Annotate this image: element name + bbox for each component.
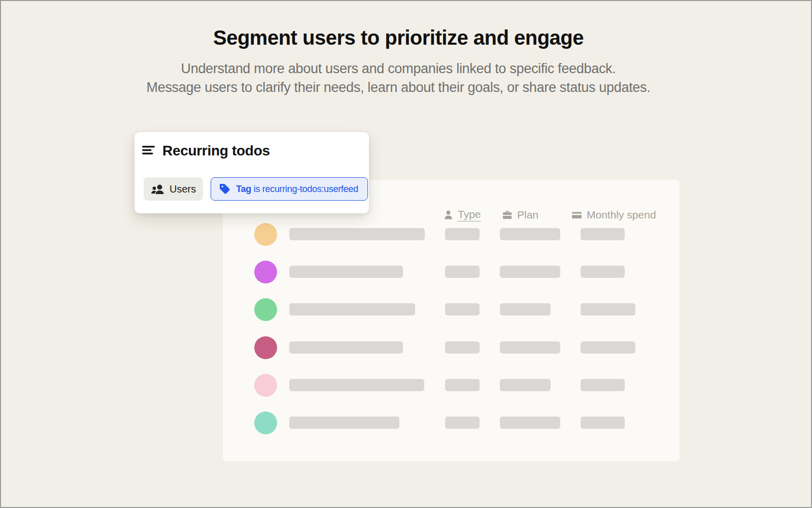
hamburger-menu-icon[interactable]	[142, 144, 156, 155]
name-placeholder-bar	[289, 303, 415, 315]
segment-card: Recurring todos Users	[134, 132, 369, 213]
type-placeholder-bar	[445, 266, 480, 278]
plan-placeholder-bar	[500, 379, 551, 391]
hero-section: Segment users to prioritize and engage U…	[1, 1, 796, 61]
spend-placeholder-bar	[581, 341, 635, 354]
briefcase-icon	[502, 210, 513, 220]
spend-placeholder-bar	[581, 303, 635, 315]
table-row[interactable]	[223, 261, 680, 283]
table-row[interactable]	[223, 298, 680, 321]
users-icon	[151, 184, 165, 195]
table-row[interactable]	[223, 336, 680, 359]
type-placeholder-bar	[445, 417, 480, 429]
plan-placeholder-bar	[500, 303, 551, 315]
spend-placeholder-bar	[581, 417, 625, 429]
users-table-panel: TypePlanMonthly spend	[223, 180, 680, 461]
subtitle-line-2: Message users to clarify their needs, le…	[147, 80, 651, 95]
segment-title: Recurring todos	[162, 143, 270, 159]
name-placeholder-bar	[289, 417, 399, 429]
name-placeholder-bar	[289, 228, 425, 240]
avatar	[254, 223, 277, 246]
spend-placeholder-bar	[581, 379, 625, 391]
column-header-monthly-spend[interactable]: Monthly spend	[571, 207, 656, 223]
avatar	[254, 411, 277, 434]
spend-placeholder-bar	[581, 266, 625, 278]
name-placeholder-bar	[289, 341, 403, 354]
avatar	[254, 336, 277, 359]
table-row[interactable]	[223, 374, 680, 397]
page: Segment users to prioritize and engage U…	[0, 0, 812, 508]
name-placeholder-bar	[289, 379, 424, 391]
chip-condition: is recurring-todos:userfeed	[254, 184, 358, 194]
users-button-label: Users	[170, 183, 196, 195]
column-label: Monthly spend	[587, 209, 656, 221]
name-placeholder-bar	[289, 266, 403, 278]
person-icon	[444, 210, 453, 220]
plan-placeholder-bar	[500, 228, 560, 240]
tag-filter-chip[interactable]: Tag is recurring-todos:userfeed	[211, 177, 367, 201]
credit-card-icon	[571, 211, 582, 219]
type-placeholder-bar	[445, 228, 480, 240]
plan-placeholder-bar	[500, 417, 560, 429]
avatar	[254, 298, 277, 321]
table-row[interactable]	[223, 223, 680, 246]
avatar	[254, 261, 277, 283]
column-label: Plan	[517, 209, 538, 221]
column-header-type[interactable]: Type	[444, 207, 481, 223]
page-title: Segment users to prioritize and engage	[1, 26, 796, 49]
type-placeholder-bar	[445, 341, 480, 354]
segment-controls: Users Tag is recurring-todos:userfeed	[144, 177, 368, 201]
avatar	[254, 374, 277, 397]
tag-icon	[219, 183, 231, 195]
plan-placeholder-bar	[500, 341, 560, 354]
column-header-plan[interactable]: Plan	[502, 207, 538, 223]
type-placeholder-bar	[445, 303, 480, 315]
subtitle-line-1: Understand more about users and companie…	[181, 61, 616, 76]
spend-placeholder-bar	[581, 228, 625, 240]
users-filter-button[interactable]: Users	[144, 177, 203, 201]
page-subtitle: Understand more about users and companie…	[1, 59, 796, 97]
chip-text: Tag is recurring-todos:userfeed	[236, 184, 358, 195]
table-row[interactable]	[223, 411, 680, 434]
type-placeholder-bar	[445, 379, 480, 391]
plan-placeholder-bar	[500, 266, 560, 278]
column-label: Type	[458, 208, 481, 221]
chip-field: Tag	[236, 184, 251, 194]
